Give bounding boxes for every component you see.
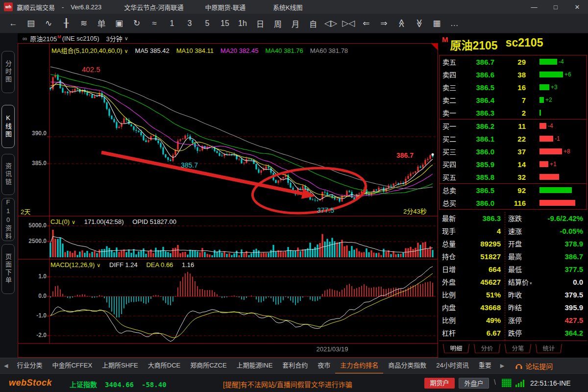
page-up-icon[interactable]: ≪ [396,17,407,30]
forum-label[interactable]: 论坛提问 [525,361,553,371]
y-axis-tick: 390.0 [18,130,47,137]
window-controls: —□✕ [523,0,588,14]
order-book-row[interactable]: 卖四386.638+6 [440,68,587,81]
period-1-button[interactable]: 1 [166,19,178,28]
price-annotation-low: 377.5 [317,206,334,214]
order-book-row[interactable]: 买四385.914+1 [440,158,587,171]
sidebar-tab-2[interactable]: K线图 [1,105,15,148]
order-book-row[interactable]: 买五385.832 [440,171,587,183]
order-book-row[interactable]: 卖二386.47+2 [440,94,587,106]
nav-item[interactable]: 商品分类指数 [383,358,431,374]
compress-icon[interactable]: ◁▷ [324,18,337,28]
candlestick-icon[interactable]: ╂ [60,18,73,28]
draw-order-icon[interactable]: ≋ [77,18,90,28]
shanghai-index[interactable]: 上证指数3404.66-58.40 [70,379,174,389]
kline-chart[interactable]: MA组合(5,10,20,40,60,0)∨MA5 385.42MA10 384… [18,43,438,358]
order-book-row[interactable]: 卖五386.729-4 [440,55,587,68]
sidebar-tab-4[interactable]: F10资料 [1,198,15,241]
order-book-row[interactable]: 卖三386.516+3 [440,81,587,94]
period-5-button[interactable]: 5 [201,19,214,28]
chevron-down-icon[interactable]: ∨ [97,262,100,268]
nav-item[interactable]: 郑商所CZCE [185,358,231,374]
period-day-button[interactable]: 日 [254,18,267,29]
headset-icon [515,362,523,369]
period-custom-button[interactable]: 自 [307,18,319,29]
sidebar-tab-1[interactable]: 分时图 [1,51,15,93]
nav-item[interactable]: 夜市 [313,358,335,374]
chart-period[interactable]: 3分钟 [106,34,122,43]
ma-combo-label[interactable]: MA组合(5,10,20,40,60,0) [51,47,122,54]
nav-item[interactable]: 上期能源INE [232,358,278,374]
order-panel-icon[interactable]: 单 [95,17,108,29]
tab-分价[interactable]: 分价 [474,344,500,353]
volume-bar [539,72,563,77]
chevron-right-icon[interactable]: ▶ [496,363,508,369]
save-icon[interactable]: ▣ [113,18,125,28]
y-axis-tick: 1.0 [18,273,47,280]
futures-account-button[interactable]: 期货户 [424,378,455,389]
period-month-button[interactable]: 月 [289,18,302,29]
quote-symbol-code: sc2105 [506,36,543,49]
order-book-row[interactable]: 买二386.122-1 [440,132,587,145]
chevron-down-icon[interactable]: ∨ [124,48,128,54]
sidebar-tab-3[interactable]: 资讯链 [1,154,15,195]
timeline-icon[interactable]: ∿ [42,18,55,28]
period-3-button[interactable]: 3 [183,19,196,28]
nav-item[interactable]: 套利合约 [277,358,313,374]
nav-item[interactable]: 行业分类 [12,358,47,374]
webstock-logo: webStock [9,378,52,388]
period-week-button[interactable]: 周 [271,18,284,29]
macd-bar: 1.16 [182,261,194,269]
macd-label[interactable]: MACD(12,26,9) [50,261,95,269]
page-down-icon[interactable]: ≪ [414,17,424,30]
volume-bar [539,187,572,193]
expand-icon[interactable]: ▷◁ [342,18,355,28]
pan-left-icon[interactable]: ⇐ [360,18,372,28]
detail-tabs: 明细分价分笔统计 [443,344,566,354]
quote-list-icon[interactable]: ▤ [24,18,37,28]
order-book-row[interactable]: 总卖386.592 [440,184,587,196]
order-book-row[interactable]: 买三386.037+8 [440,145,587,158]
chevron-down-icon[interactable]: ∨ [72,219,75,225]
chart-symbol[interactable]: 原油2105 [30,34,57,43]
nav-item[interactable]: 中金所CFFEX [47,358,97,374]
ma-value: MA10 384.11 [176,47,214,54]
more-icon[interactable]: … [448,19,461,28]
chevron-down-icon[interactable]: ∨ [124,35,128,42]
order-book-row[interactable]: 卖一386.32 [440,106,587,119]
nav-item[interactable]: 大商所DCE [143,358,185,374]
chevron-left-icon[interactable]: ◀ [0,363,12,369]
stat-row: 最低377.5 [505,263,587,275]
order-book-row[interactable]: 买一386.211-4 [440,120,587,132]
close-button[interactable]: ✕ [566,0,588,14]
nav-item[interactable]: 重要 [474,358,496,374]
layout-icon[interactable]: ▦ [430,18,443,28]
nav-item[interactable]: 24小时资讯 [431,358,473,374]
tab-统计[interactable]: 统计 [536,344,562,353]
period-1h-button[interactable]: 1h [236,19,249,28]
external-account-button[interactable]: 外盘户 [459,378,489,389]
order-book-row[interactable]: 总买386.0116 [440,196,587,209]
nav-item[interactable]: 上期所SHFE [97,358,143,374]
index-label: 上证指数 [70,381,97,389]
last-price-annotation: 386.7 [396,151,414,159]
app-logo-icon: wh [4,2,13,11]
minimize-button[interactable]: — [523,0,545,14]
pan-right-icon[interactable]: ⇒ [377,18,390,28]
nav-item[interactable]: 主力合约排名 [335,358,383,374]
quote-panel: M 原油2105 sc2105 卖五386.729-4卖四386.638+6卖三… [439,33,588,358]
link-icon[interactable]: ∞ [23,35,27,42]
back-icon[interactable]: ← [7,19,20,28]
stat-row: 外盘45627 [439,275,505,288]
sidebar-tab-5[interactable]: 页面下单 [1,244,15,294]
zigzag-icon[interactable]: ≈ [148,19,161,28]
y-axis-tick: 5000.0 [18,222,47,229]
maximize-button[interactable]: □ [545,0,566,14]
chart-canvas[interactable] [18,44,438,357]
forum-link[interactable]: 论坛提问 [515,361,553,371]
tab-明细[interactable]: 明细 [443,344,469,353]
refresh-icon[interactable]: ↻ [130,18,143,28]
tab-分笔[interactable]: 分笔 [505,344,531,353]
period-15-button[interactable]: 15 [219,19,231,28]
cjl-label[interactable]: CJL(0) [50,218,70,225]
